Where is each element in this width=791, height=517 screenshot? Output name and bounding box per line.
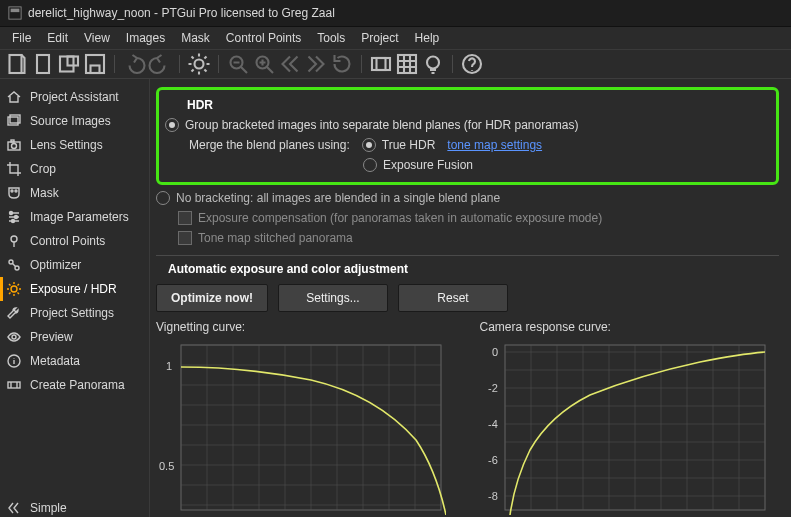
sidebar-item-label: Crop bbox=[30, 162, 56, 176]
svg-text:-8: -8 bbox=[488, 490, 498, 502]
menu-help[interactable]: Help bbox=[407, 29, 448, 47]
radio-label: True HDR bbox=[382, 138, 436, 152]
sidebar-item-source-images[interactable]: Source Images bbox=[0, 109, 149, 133]
refresh-icon[interactable] bbox=[330, 52, 354, 76]
window-title: derelict_highway_noon - PTGui Pro licens… bbox=[28, 6, 335, 20]
checkbox-label: Tone map stitched panorama bbox=[198, 231, 353, 245]
menu-tools[interactable]: Tools bbox=[309, 29, 353, 47]
sidebar-item-simple[interactable]: Simple bbox=[0, 496, 149, 517]
bulb-icon[interactable] bbox=[421, 52, 445, 76]
svg-rect-11 bbox=[372, 58, 390, 70]
sidebar-item-optimizer[interactable]: Optimizer bbox=[0, 253, 149, 277]
undo-icon[interactable] bbox=[122, 52, 146, 76]
disk-icon[interactable] bbox=[83, 52, 107, 76]
svg-rect-13 bbox=[398, 55, 416, 73]
pin-icon bbox=[6, 233, 22, 249]
optimize-now-button[interactable]: Optimize now! bbox=[156, 284, 268, 312]
svg-text:0.5: 0.5 bbox=[159, 460, 174, 472]
menu-mask[interactable]: Mask bbox=[173, 29, 218, 47]
svg-point-29 bbox=[11, 286, 17, 292]
menu-control-points[interactable]: Control Points bbox=[218, 29, 309, 47]
wrench-icon bbox=[6, 305, 22, 321]
reset-button[interactable]: Reset bbox=[398, 284, 508, 312]
checkbox-exposure-compensation: Exposure compensation (for panoramas tak… bbox=[178, 211, 779, 225]
sidebar-item-control-points[interactable]: Control Points bbox=[0, 229, 149, 253]
sidebar: Project Assistant Source Images Lens Set… bbox=[0, 79, 150, 517]
new-project-icon[interactable] bbox=[5, 52, 29, 76]
zoom-in-icon[interactable] bbox=[252, 52, 276, 76]
svg-point-8 bbox=[195, 60, 204, 69]
panorama-icon[interactable] bbox=[369, 52, 393, 76]
svg-rect-7 bbox=[91, 66, 100, 74]
menu-images[interactable]: Images bbox=[118, 29, 173, 47]
menu-file[interactable]: File bbox=[4, 29, 39, 47]
open-icon[interactable] bbox=[31, 52, 55, 76]
sidebar-item-create-panorama[interactable]: Create Panorama bbox=[0, 373, 149, 397]
radio-group-bracketed[interactable]: Group bracketed images into separate ble… bbox=[165, 118, 766, 132]
svg-rect-20 bbox=[11, 140, 14, 142]
svg-text:0: 0 bbox=[492, 346, 498, 358]
svg-point-26 bbox=[11, 236, 17, 242]
menu-view[interactable]: View bbox=[76, 29, 118, 47]
sidebar-item-exposure-hdr[interactable]: Exposure / HDR bbox=[0, 277, 149, 301]
camera-response-title: Camera response curve: bbox=[480, 320, 780, 334]
redo-icon[interactable] bbox=[148, 52, 172, 76]
sidebar-item-label: Control Points bbox=[30, 234, 105, 248]
rewind-icon[interactable] bbox=[278, 52, 302, 76]
help-icon[interactable] bbox=[460, 52, 484, 76]
svg-text:-2: -2 bbox=[488, 382, 498, 394]
hdr-title: HDR bbox=[187, 98, 766, 112]
radio-label: No bracketing: all images are blended in… bbox=[176, 191, 500, 205]
radio-exposure-fusion[interactable]: Exposure Fusion bbox=[363, 158, 473, 172]
radio-no-bracketing[interactable]: No bracketing: all images are blended in… bbox=[156, 191, 779, 205]
sidebar-item-label: Metadata bbox=[30, 354, 80, 368]
svg-point-30 bbox=[12, 335, 16, 339]
camera-response-chart: 0 -2 -4 -6 -8 bbox=[480, 340, 770, 515]
eye-icon bbox=[6, 329, 22, 345]
svg-text:-4: -4 bbox=[488, 418, 498, 430]
sidebar-item-crop[interactable]: Crop bbox=[0, 157, 149, 181]
sidebar-item-project-assistant[interactable]: Project Assistant bbox=[0, 85, 149, 109]
radio-true-hdr[interactable]: True HDR bbox=[362, 138, 436, 152]
svg-point-22 bbox=[15, 190, 17, 192]
svg-point-25 bbox=[12, 220, 15, 223]
sidebar-item-lens-settings[interactable]: Lens Settings bbox=[0, 133, 149, 157]
info-icon bbox=[6, 353, 22, 369]
menu-edit[interactable]: Edit bbox=[39, 29, 76, 47]
sidebar-item-mask[interactable]: Mask bbox=[0, 181, 149, 205]
sidebar-item-label: Image Parameters bbox=[30, 210, 129, 224]
settings-button[interactable]: Settings... bbox=[278, 284, 388, 312]
grid-icon[interactable] bbox=[395, 52, 419, 76]
checkbox-label: Exposure compensation (for panoramas tak… bbox=[198, 211, 602, 225]
panorama-wide-icon bbox=[6, 377, 22, 393]
sidebar-item-preview[interactable]: Preview bbox=[0, 325, 149, 349]
sidebar-item-label: Exposure / HDR bbox=[30, 282, 117, 296]
sidebar-item-label: Project Assistant bbox=[30, 90, 119, 104]
home-icon bbox=[6, 89, 22, 105]
sidebar-item-label: Preview bbox=[30, 330, 73, 344]
svg-rect-32 bbox=[8, 382, 20, 388]
sidebar-item-label: Lens Settings bbox=[30, 138, 103, 152]
gear-icon[interactable] bbox=[187, 52, 211, 76]
content-pane: HDR Group bracketed images into separate… bbox=[150, 79, 791, 517]
radio-label: Group bracketed images into separate ble… bbox=[185, 118, 579, 132]
zoom-out-icon[interactable] bbox=[226, 52, 250, 76]
svg-point-24 bbox=[15, 216, 18, 219]
svg-point-28 bbox=[15, 266, 19, 270]
checkbox-icon bbox=[178, 231, 192, 245]
sidebar-item-metadata[interactable]: Metadata bbox=[0, 349, 149, 373]
optimizer-icon bbox=[6, 257, 22, 273]
images-icon bbox=[6, 113, 22, 129]
sidebar-item-project-settings[interactable]: Project Settings bbox=[0, 301, 149, 325]
divider bbox=[156, 255, 779, 256]
menu-project[interactable]: Project bbox=[353, 29, 406, 47]
sidebar-item-image-parameters[interactable]: Image Parameters bbox=[0, 205, 149, 229]
sidebar-item-label: Source Images bbox=[30, 114, 111, 128]
tone-map-link[interactable]: tone map settings bbox=[447, 138, 542, 152]
save-icon[interactable] bbox=[57, 52, 81, 76]
sidebar-item-label: Create Panorama bbox=[30, 378, 125, 392]
sidebar-item-label: Optimizer bbox=[30, 258, 81, 272]
svg-rect-2 bbox=[10, 55, 22, 73]
radio-label: Exposure Fusion bbox=[383, 158, 473, 172]
forward-icon[interactable] bbox=[304, 52, 328, 76]
